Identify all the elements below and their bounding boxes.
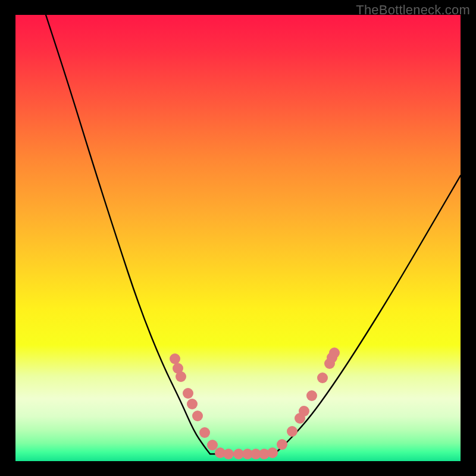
curve-dot xyxy=(223,449,234,459)
curve-dot xyxy=(277,439,287,450)
curve-dot xyxy=(306,390,317,401)
curve-dot xyxy=(199,427,210,438)
curve-dots-group xyxy=(170,347,340,459)
curve-dot xyxy=(207,440,218,450)
curve-dot xyxy=(299,406,309,416)
curve-dot xyxy=(176,371,186,382)
curve-dot xyxy=(329,347,340,358)
bottleneck-curve xyxy=(46,15,461,454)
watermark-text: TheBottleneck.com xyxy=(356,2,470,18)
outer-frame: TheBottleneck.com xyxy=(0,0,476,476)
curve-dot xyxy=(287,426,298,437)
bottleneck-curve-svg xyxy=(15,15,461,461)
curve-dot xyxy=(187,399,198,409)
curve-dot xyxy=(183,388,193,399)
curve-dot xyxy=(267,447,278,458)
curve-dot xyxy=(170,353,180,364)
curve-dot xyxy=(317,372,328,383)
curve-dot xyxy=(192,411,203,421)
